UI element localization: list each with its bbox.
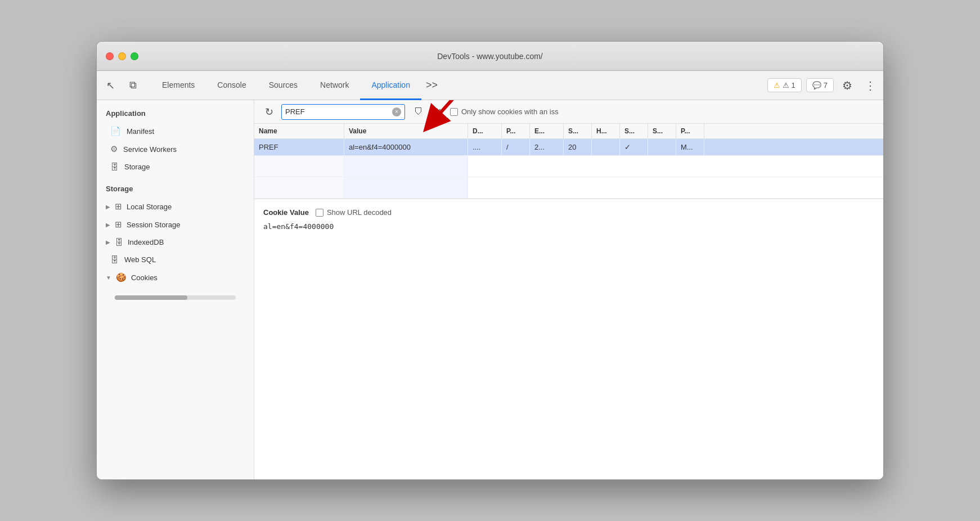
warning-badge-button[interactable]: ⚠ ⚠ 1 xyxy=(767,78,802,92)
cell-expires-0: 2... xyxy=(530,139,564,155)
maximize-button[interactable] xyxy=(131,52,138,60)
sidebar-item-storage[interactable]: 🗄 Storage xyxy=(97,158,254,176)
tab-right-controls: ⚠ ⚠ 1 💬 7 ⚙ ⋮ xyxy=(767,71,879,100)
col-header-size[interactable]: S... xyxy=(564,124,592,138)
traffic-lights xyxy=(106,52,138,60)
filter-button[interactable]: ⛉ xyxy=(410,105,428,119)
tab-bar: ↖ ⧉ Elements Console Sources Network App… xyxy=(97,71,883,100)
table-header: Name Value D... P... E... S... H... S...… xyxy=(254,124,883,139)
cookie-issue-label: Only show cookies with an iss xyxy=(461,107,559,116)
table-row-empty-1[interactable] xyxy=(254,156,883,177)
chat-icon: 💬 xyxy=(812,81,821,89)
sidebar-scrollbar-thumb xyxy=(115,295,187,300)
search-input-wrap: × xyxy=(281,104,405,120)
search-input[interactable] xyxy=(285,107,390,116)
settings-button[interactable]: ⚙ xyxy=(838,77,856,95)
sidebar-item-session-storage[interactable]: ▶ ⊞ Session Storage xyxy=(97,215,254,233)
tab-sources[interactable]: Sources xyxy=(258,71,309,100)
more-options-button[interactable]: ⋮ xyxy=(861,77,879,95)
tab-elements[interactable]: Elements xyxy=(151,71,206,100)
cookie-issue-checkbox[interactable] xyxy=(450,108,458,116)
cell-http-0 xyxy=(592,139,620,155)
devtools-window: DevTools - www.youtube.com/ ↖ ⧉ Elements… xyxy=(96,41,884,480)
sidebar-item-manifest[interactable]: 📄 Manifest xyxy=(97,122,254,140)
col-header-samesite[interactable]: S... xyxy=(648,124,676,138)
cookie-value-section: Cookie Value Show URL decoded al=en&f4=4… xyxy=(254,199,883,479)
web-sql-icon: 🗄 xyxy=(110,255,119,264)
col-header-value[interactable]: Value xyxy=(344,124,468,138)
title-bar: DevTools - www.youtube.com/ xyxy=(97,42,883,71)
sidebar-item-local-storage[interactable]: ▶ ⊞ Local Storage xyxy=(97,197,254,215)
expand-arrow-session-storage: ▶ xyxy=(106,222,110,228)
filter-icon: ⛉ xyxy=(414,107,423,117)
panel-toolbar: ↻ × ⛉ ✕ xyxy=(254,100,883,124)
manifest-icon: 📄 xyxy=(110,126,121,136)
cell-samesite-0 xyxy=(648,139,676,155)
sidebar-item-web-sql[interactable]: 🗄 Web SQL xyxy=(97,251,254,268)
session-storage-icon: ⊞ xyxy=(115,219,122,230)
indexeddb-icon: 🗄 xyxy=(115,237,123,247)
col-header-domain[interactable]: D... xyxy=(468,124,502,138)
cookie-value-text: al=en&f4=4000000 xyxy=(263,222,874,231)
expand-arrow-indexeddb: ▶ xyxy=(106,239,110,245)
window-title: DevTools - www.youtube.com/ xyxy=(437,52,543,61)
device-toolbar-button[interactable]: ⧉ xyxy=(124,77,142,95)
sidebar-item-service-workers[interactable]: ⚙ Service Workers xyxy=(97,140,254,158)
cookie-issue-filter: Only show cookies with an iss xyxy=(450,107,559,116)
expand-arrow-cookies: ▼ xyxy=(106,275,111,281)
main-content: Application 📄 Manifest ⚙ Service Workers… xyxy=(97,100,883,479)
tab-bar-icons: ↖ ⧉ xyxy=(101,71,151,100)
tab-network[interactable]: Network xyxy=(309,71,360,100)
panel: ↻ × ⛉ ✕ xyxy=(254,100,883,479)
storage-icon: 🗄 xyxy=(110,162,119,172)
sidebar-item-indexeddb[interactable]: ▶ 🗄 IndexedDB xyxy=(97,233,254,251)
cookie-table: Name Value D... P... E... S... H... S...… xyxy=(254,124,883,199)
col-header-http[interactable]: H... xyxy=(592,124,620,138)
show-decoded-checkbox[interactable] xyxy=(316,209,323,217)
clear-filter-button[interactable]: ✕ xyxy=(430,104,446,120)
sidebar: Application 📄 Manifest ⚙ Service Workers… xyxy=(97,100,254,479)
show-decoded-label: Show URL decoded xyxy=(327,208,392,217)
tab-console[interactable]: Console xyxy=(206,71,257,100)
local-storage-icon: ⊞ xyxy=(115,201,122,212)
chat-badge-button[interactable]: 💬 7 xyxy=(806,78,834,92)
refresh-button[interactable]: ↻ xyxy=(261,104,277,120)
cell-domain-0: .... xyxy=(468,139,502,155)
cookie-value-label: Cookie Value xyxy=(263,208,309,217)
col-header-expires[interactable]: E... xyxy=(530,124,564,138)
sidebar-storage-label: Storage xyxy=(97,176,254,197)
show-decoded-wrap: Show URL decoded xyxy=(316,208,392,217)
cookies-icon: 🍪 xyxy=(116,272,127,282)
cursor-tool-button[interactable]: ↖ xyxy=(101,77,119,95)
table-row-empty-2[interactable] xyxy=(254,177,883,199)
col-header-name[interactable]: Name xyxy=(254,124,344,138)
col-header-secure[interactable]: S... xyxy=(620,124,648,138)
warning-icon: ⚠ xyxy=(774,81,780,89)
service-workers-icon: ⚙ xyxy=(110,144,118,154)
sidebar-application-label: Application xyxy=(97,100,254,122)
close-button[interactable] xyxy=(106,52,114,60)
minimize-button[interactable] xyxy=(118,52,126,60)
sidebar-scrollbar[interactable] xyxy=(115,295,236,300)
cell-secure-0: ✓ xyxy=(620,139,648,155)
expand-arrow-local-storage: ▶ xyxy=(106,204,110,210)
cell-value-0: al=en&f4=4000000 xyxy=(344,139,468,155)
sidebar-item-cookies[interactable]: ▼ 🍪 Cookies xyxy=(97,268,254,286)
cell-path-0: / xyxy=(502,139,530,155)
cell-priority-0: M... xyxy=(676,139,704,155)
col-header-priority[interactable]: P... xyxy=(676,124,704,138)
cell-name-0: PREF xyxy=(254,139,344,155)
table-row[interactable]: PREF al=en&f4=4000000 .... / 2... 20 ✓ M… xyxy=(254,139,883,156)
cookie-value-header: Cookie Value Show URL decoded xyxy=(263,208,874,217)
cell-size-0: 20 xyxy=(564,139,592,155)
tab-application[interactable]: Application xyxy=(360,71,421,100)
search-clear-button[interactable]: × xyxy=(392,107,401,116)
tab-more-button[interactable]: >> xyxy=(421,71,442,100)
col-header-path[interactable]: P... xyxy=(502,124,530,138)
